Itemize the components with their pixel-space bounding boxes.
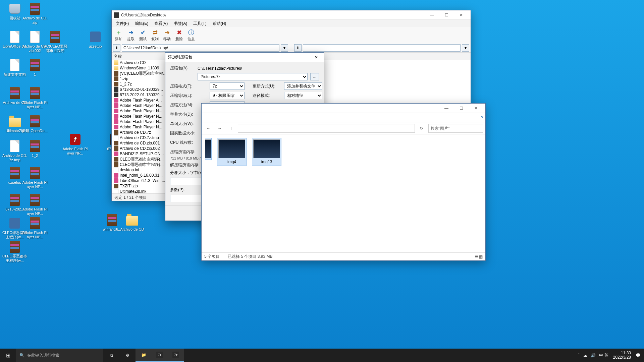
help-icon[interactable]: ?: [481, 115, 483, 120]
exp-close[interactable]: ✕: [469, 104, 483, 113]
desktop-icon[interactable]: 新建 OpenDo...: [22, 115, 48, 133]
dialog-title: 添加到压缩包: [168, 54, 312, 60]
menu-item[interactable]: 编辑(E): [132, 20, 151, 27]
titlebar: C:\Users\12tiao\Desktop\ — ☐ ✕: [112, 10, 471, 20]
taskbar-search[interactable]: 🔍 在此键入进行搜索: [16, 349, 103, 362]
refresh-icon[interactable]: ⟳: [417, 124, 426, 133]
menu-item[interactable]: 查看(V): [152, 20, 170, 27]
task-explorer[interactable]: 📁: [136, 349, 152, 362]
menubar: 文件(F)编辑(E)查看(V)书签(A)工具(T)帮助(H): [112, 20, 471, 27]
dropdown-button-2[interactable]: ▾: [462, 44, 469, 52]
update-select[interactable]: 添加并替换文件: [284, 82, 322, 90]
desktop-icon[interactable]: Adobe Flash Player NP...: [22, 86, 48, 109]
desktop-icon[interactable]: Archivo de CD: [119, 213, 145, 232]
format-select[interactable]: 7z: [210, 82, 245, 90]
desktop-icon[interactable]: fAdobe Flash Player NP...: [62, 133, 88, 156]
dialog-titlebar: 添加到压缩包 ✕: [165, 53, 324, 62]
menu-item[interactable]: 文件(F): [113, 20, 131, 27]
archive-label: 压缩包(A): [170, 65, 195, 71]
window-title: C:\Users\12tiao\Desktop\: [121, 13, 424, 17]
desktop-icon[interactable]: Archivo de CD.zip: [22, 2, 48, 25]
level-select[interactable]: 9 - 极限压缩: [210, 92, 245, 99]
thumb-img4[interactable]: img4: [217, 138, 247, 166]
status-text: 选定 1 / 31 个项目: [114, 194, 147, 201]
menu-item[interactable]: 帮助(H): [210, 20, 229, 27]
address-bar: ⬆ ▾ ⬆ ▾: [112, 43, 471, 53]
start-button[interactable]: ⊞: [0, 349, 16, 362]
desktop-icon[interactable]: Adobe Flash Player NP...: [22, 166, 48, 189]
exp-items: 5 个项目: [204, 254, 220, 259]
desktop-icon[interactable]: 1_2: [22, 139, 48, 158]
app-icon: [114, 12, 119, 18]
task-settings[interactable]: ⚙: [119, 349, 136, 362]
minimize-button[interactable]: —: [424, 10, 439, 20]
desktop-icon[interactable]: uzsetup: [83, 30, 108, 49]
view-thumbs-icon[interactable]: ▦: [479, 254, 483, 259]
dialog-close-button[interactable]: ✕: [312, 55, 321, 60]
maximize-button[interactable]: ☐: [439, 10, 454, 20]
path-select[interactable]: 相对路径: [284, 92, 322, 99]
column-header[interactable]: 名称: [112, 53, 169, 60]
systray: ˄ ☁ 🔊 中 英 11:30 2022/3/28 💬: [575, 349, 644, 362]
search-placeholder: 在此键入进行搜索: [27, 353, 59, 358]
toolbar-button[interactable]: ＋添加: [113, 28, 124, 42]
exp-minimize[interactable]: —: [439, 104, 454, 113]
desktop-icon[interactable]: 1: [22, 58, 48, 77]
menu-item[interactable]: 书签(A): [171, 20, 190, 27]
explorer-window: — ☐ ✕ ? ← → ↑ ⟳ img4 img13 5 个项目 已选择 5 个…: [201, 103, 486, 261]
task-view-button[interactable]: ⧉: [103, 349, 119, 362]
toolbar-button[interactable]: ⓘ信息: [185, 28, 197, 42]
tray-chevron-icon[interactable]: ˄: [578, 353, 580, 358]
exp-selected: 已选择 5 个项目 3.93 MB: [228, 254, 272, 259]
address-input-right[interactable]: [303, 44, 461, 52]
toolbar-button[interactable]: ✔测试: [137, 28, 149, 42]
tray-ime[interactable]: 中 英: [599, 353, 608, 358]
desktop-icon[interactable]: (VC)CLEO罪恶都市主程序: [42, 30, 68, 53]
dropdown-button[interactable]: ▾: [281, 44, 288, 52]
toolbar: ＋添加➔提取✔测试⇄复制➜移动✖删除ⓘ信息: [112, 27, 471, 43]
thumbs-area[interactable]: img4 img13: [202, 134, 485, 252]
taskbar-clock[interactable]: 11:30 2022/3/28: [612, 351, 632, 360]
tray-onedrive-icon[interactable]: ☁: [583, 353, 587, 358]
view-details-icon[interactable]: ☰: [475, 254, 478, 259]
taskbar: ⊞ 🔍 在此键入进行搜索 ⧉ ⚙ 📁 7z 7z ˄ ☁ 🔊 中 英 11:30…: [0, 349, 644, 362]
tray-volume-icon[interactable]: 🔊: [591, 353, 596, 358]
up-icon[interactable]: ↑: [226, 124, 236, 133]
forward-icon[interactable]: →: [215, 124, 224, 133]
desktop-icon[interactable]: CLEO罪恶都市主程序(w...: [2, 240, 28, 263]
task-7z-1[interactable]: 7z: [152, 349, 168, 362]
exp-maximize[interactable]: ☐: [454, 104, 469, 113]
menu-item[interactable]: 工具(T): [191, 20, 209, 27]
close-button[interactable]: ✕: [454, 10, 469, 20]
explorer-address-bar: ← → ↑ ⟳: [202, 122, 485, 134]
thumb-img13[interactable]: img13: [252, 138, 281, 166]
toolbar-button[interactable]: ⇄复制: [149, 28, 161, 42]
up-button[interactable]: ⬆: [113, 44, 120, 52]
browse-button[interactable]: ...: [310, 73, 319, 80]
back-icon[interactable]: ←: [204, 124, 213, 133]
address-input[interactable]: [122, 44, 279, 52]
explorer-path-input[interactable]: [238, 124, 415, 133]
toolbar-button[interactable]: ➔提取: [125, 28, 137, 42]
tray-notifications-icon[interactable]: 💬: [636, 353, 641, 358]
task-7z-2[interactable]: 7z: [168, 349, 184, 362]
search-icon: 🔍: [19, 353, 24, 358]
explorer-statusbar: 5 个项目 已选择 5 个项目 3.93 MB ☰ ▦: [202, 252, 485, 260]
toolbar-button[interactable]: ➜移动: [161, 28, 173, 42]
thumb-partial[interactable]: [205, 138, 212, 160]
archive-path-prefix: C:\Users\12tiao\Pictures\: [198, 66, 242, 71]
archive-name-combo[interactable]: Pictures.7z: [198, 73, 308, 80]
desktop-icon[interactable]: Adobe Flash Player NP...: [22, 193, 48, 216]
desktop-icon[interactable]: Adobe Flash Player NP...: [22, 217, 48, 239]
toolbar-button[interactable]: ✖删除: [173, 28, 185, 42]
up-button-2[interactable]: ⬆: [294, 44, 302, 52]
explorer-search-input[interactable]: [428, 124, 483, 133]
